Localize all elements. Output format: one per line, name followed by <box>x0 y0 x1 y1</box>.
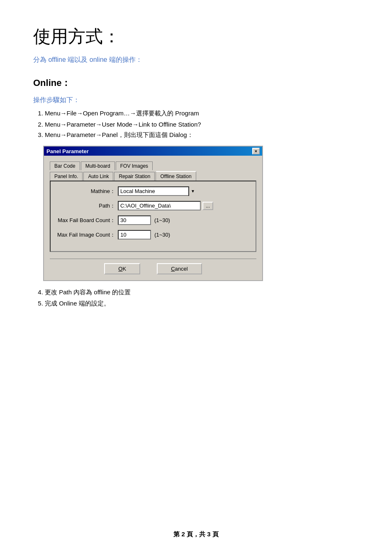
tab-bar-code[interactable]: Bar Code <box>50 161 80 170</box>
tab-auto-link[interactable]: Auto Link <box>83 172 113 181</box>
step-5: 完成 Online 端的設定。 <box>45 300 359 308</box>
path-input[interactable] <box>118 201 201 210</box>
tab-repair-station[interactable]: Repair Station <box>114 172 155 181</box>
subtitle: 分為 offline 端以及 online 端的操作： <box>33 56 359 64</box>
machine-select[interactable]: Local Machine <box>118 186 197 196</box>
ok-label-rest: K <box>122 266 126 272</box>
step-2: Menu→Parameter→User Mode→Link to Offline… <box>45 121 359 128</box>
tab-panel-info[interactable]: Panel Info. <box>50 172 83 181</box>
machine-label: Mathine： <box>57 188 115 195</box>
max-fail-board-label: Max Fail Board Count： <box>57 217 115 224</box>
step-3: Menu→Parameter→Panel，則出現下面這個 Dialog： <box>45 131 359 139</box>
max-fail-image-range: (1~30) <box>154 232 170 238</box>
dialog-buttons: OK Cancel <box>50 259 256 274</box>
tabs-area: Bar Code Multi-board FOV Images Panel In… <box>50 161 256 181</box>
tab-row-2: Panel Info. Auto Link Repair Station Off… <box>50 171 256 181</box>
tab-multi-board[interactable]: Multi-board <box>81 161 115 170</box>
dialog-title: Panel Parameter <box>46 148 89 154</box>
max-fail-image-label: Max Fail Image Count： <box>57 231 115 239</box>
dialog-titlebar: Panel Parameter × <box>44 147 262 156</box>
dialog-close-button[interactable]: × <box>252 148 260 154</box>
step-4: 更改 Path 內容為 offline 的位置 <box>45 289 359 296</box>
path-label: Path： <box>57 202 115 210</box>
page-title: 使用方式： <box>33 25 359 48</box>
step-intro: 操作步驟如下： <box>33 96 359 105</box>
ok-button[interactable]: OK <box>104 263 140 274</box>
dialog-content: Bar Code Multi-board FOV Images Panel In… <box>44 156 262 280</box>
browse-button[interactable]: ... <box>202 202 213 210</box>
section-online-title: Online： <box>33 77 359 89</box>
machine-select-wrapper[interactable]: Local Machine ▼ <box>118 186 197 196</box>
after-dialog-steps-list: 更改 Path 內容為 offline 的位置 完成 Online 端的設定。 <box>45 289 359 308</box>
tab-row-1: Bar Code Multi-board FOV Images <box>50 161 256 170</box>
cancel-underline-icon: C <box>171 266 175 272</box>
dialog-wrapper: Panel Parameter × Bar Code Multi-board F… <box>43 146 359 281</box>
path-row: Path： ... <box>57 201 249 210</box>
machine-row: Mathine： Local Machine ▼ <box>57 186 249 196</box>
page-footer: 第 2 頁，共 3 頁 <box>0 531 392 538</box>
max-fail-board-row: Max Fail Board Count： (1~30) <box>57 215 249 225</box>
step-1: Menu→File→Open Program…→選擇要載入的 Program <box>45 110 359 117</box>
max-fail-board-range: (1~30) <box>154 217 170 223</box>
panel-parameter-dialog: Panel Parameter × Bar Code Multi-board F… <box>43 146 263 281</box>
cancel-label-rest: ancel <box>175 266 188 272</box>
tab-fov-images[interactable]: FOV Images <box>116 161 153 170</box>
max-fail-image-row: Max Fail Image Count： (1~30) <box>57 230 249 240</box>
tab-offline-station[interactable]: Offline Station <box>156 171 196 181</box>
ok-underline-icon: O <box>118 266 122 272</box>
cancel-button[interactable]: Cancel <box>157 263 202 274</box>
tab-content: Mathine： Local Machine ▼ Path： ... <box>50 181 256 252</box>
max-fail-board-input[interactable] <box>118 215 151 225</box>
max-fail-image-input[interactable] <box>118 230 151 240</box>
steps-list: Menu→File→Open Program…→選擇要載入的 Program M… <box>45 110 359 139</box>
